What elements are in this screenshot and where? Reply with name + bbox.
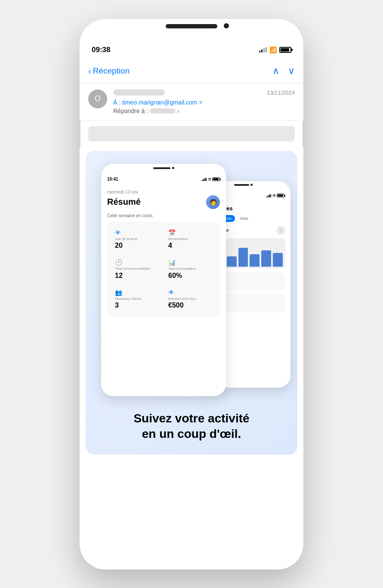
- mail-to-line: À : timeo.marignan@gmail.com >: [113, 99, 261, 106]
- screenshot-card: 10:41 ◔ mercredi 13 nov.: [86, 151, 297, 455]
- mini-phone-main: 10:41 ◔ mercredi 13 nov.: [101, 164, 226, 396]
- chevron-left-icon: ‹: [88, 66, 91, 76]
- stat-icon-reservations: 📅: [168, 229, 212, 236]
- bottom-headline: Suivez votre activité en un coup d'œil.: [99, 411, 284, 442]
- mini-stats-icons: ◔: [266, 194, 284, 197]
- mini-resume-title: Résumé 🧑: [107, 195, 220, 209]
- nav-down-button[interactable]: ∨: [288, 65, 295, 77]
- mini-phones-container: 10:41 ◔ mercredi 13 nov.: [93, 160, 290, 400]
- stat-label-hours: Total heures travaillées: [115, 267, 159, 271]
- stat-value-clients: 3: [115, 302, 159, 309]
- stat-icon-occupancy: 📊: [168, 259, 212, 266]
- mini-battery-icon: [212, 177, 220, 181]
- mail-header: ‹ Réception ∧ ∨: [80, 59, 303, 83]
- this-week-arrow[interactable]: ›: [277, 226, 285, 235]
- mini-main-icons: ◔: [202, 177, 220, 181]
- notch-dot: [224, 23, 229, 28]
- mini-stats-grid: 👁 Vue de la fiche 20 📅 Réservations 4: [111, 226, 216, 313]
- bar-5: [250, 254, 259, 267]
- mini-date: mercredi 13 nov.: [107, 190, 220, 194]
- back-label: Réception: [93, 66, 130, 76]
- mail-content: 10:41 ◔ mercredi 13 nov.: [80, 147, 303, 570]
- avatar: O: [88, 89, 107, 108]
- sender-name-blurred: [113, 89, 165, 95]
- mini-main-time: 10:41: [107, 177, 118, 182]
- stat-label-revenue: Montant total reçu: [168, 297, 212, 301]
- mail-reply-line: Répondre à : ›: [113, 108, 261, 114]
- mail-meta: O À : timeo.marignan@gmail.com > Répondr…: [80, 83, 303, 121]
- status-bar: 09:38 📶: [80, 40, 303, 59]
- mini-stats-card: 👁 Vue de la fiche 20 📅 Réservations 4: [107, 222, 220, 317]
- mini-main-status: 10:41 ◔: [101, 172, 226, 186]
- stat-label-reservations: Réservations: [168, 237, 212, 241]
- mini-user-avatar: 🧑: [206, 195, 220, 209]
- mail-date: 13/11/2024: [267, 89, 295, 96]
- mini-stats-signal-icon: [266, 194, 271, 197]
- stat-item-reservations: 📅 Réservations 4: [165, 226, 216, 253]
- stat-item-revenue: 👁 Montant total reçu €500: [165, 286, 216, 313]
- wifi-icon: 📶: [269, 46, 277, 53]
- bar-7: [273, 253, 283, 267]
- stat-icon-revenue: 👁: [168, 289, 212, 296]
- mini-main-body: mercredi 13 nov. Résumé 🧑 Cette semaine …: [101, 186, 226, 324]
- bar-4: [238, 248, 248, 267]
- bar-3: [227, 256, 237, 266]
- mini-signal-icon: [202, 178, 207, 181]
- stat-label-occupancy: Taux d'occupation: [168, 267, 212, 271]
- status-icons: 📶: [259, 46, 291, 53]
- stat-label-clients: Nouveaux clients: [115, 297, 159, 301]
- period-tab-mois[interactable]: Mois: [237, 215, 252, 222]
- stat-item-views: 👁 Vue de la fiche 20: [111, 226, 162, 253]
- email-bottom-text: Suivez votre activité en un coup d'œil.: [93, 400, 290, 446]
- nav-up-button[interactable]: ∧: [272, 65, 279, 77]
- mini-section-label: Cette semaine en cours: [107, 213, 220, 218]
- signal-icon: [259, 47, 267, 52]
- mail-details: À : timeo.marignan@gmail.com > Répondre …: [113, 89, 261, 114]
- mail-subject-blurred: [88, 126, 295, 142]
- notch-pill: [166, 24, 217, 28]
- mail-navigation: ∧ ∨: [272, 65, 295, 77]
- stat-icon-clients: 👥: [115, 289, 159, 296]
- stat-value-views: 20: [115, 242, 159, 249]
- bar-6: [261, 250, 271, 267]
- back-button[interactable]: ‹ Réception: [88, 66, 130, 76]
- phone-top-bar: [80, 19, 303, 40]
- stat-value-hours: 12: [115, 272, 159, 280]
- mini-wifi-icon: ◔: [208, 177, 211, 181]
- battery-icon: [279, 47, 291, 53]
- stat-icon-hours: 🕐: [115, 259, 159, 266]
- reply-address-blurred: [150, 108, 176, 114]
- stat-icon-views: 👁: [115, 229, 159, 236]
- stat-label-views: Vue de la fiche: [115, 237, 159, 241]
- stat-value-occupancy: 60%: [168, 272, 212, 280]
- stat-value-revenue: €500: [168, 302, 212, 309]
- stat-item-clients: 👥 Nouveaux clients 3: [111, 286, 162, 313]
- stat-value-reservations: 4: [168, 242, 212, 249]
- mini-stats-wifi-icon: ◔: [272, 194, 275, 197]
- mini-stats-battery-icon: [277, 194, 284, 197]
- stat-item-occupancy: 📊 Taux d'occupation 60%: [165, 256, 216, 283]
- stat-item-hours: 🕐 Total heures travaillées 12: [111, 256, 162, 283]
- status-time: 09:38: [92, 46, 110, 54]
- phone-frame: 09:38 📶 ‹ Réception ∧ ∨ O: [80, 19, 303, 570]
